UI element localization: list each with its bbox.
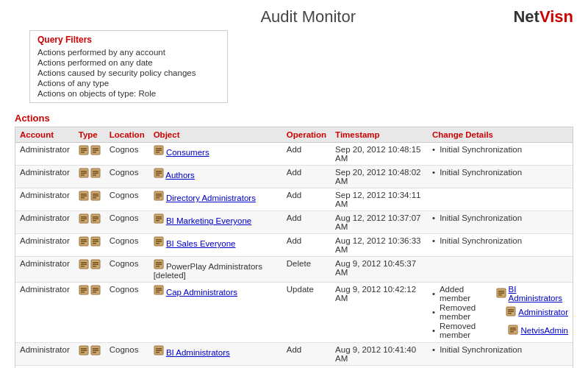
svg-rect-15 — [81, 174, 85, 176]
svg-rect-49 — [81, 239, 87, 241]
change-text: Initial Synchronization — [440, 168, 522, 177]
type-icon — [79, 168, 101, 178]
svg-rect-66 — [93, 264, 98, 266]
bullet: • — [432, 326, 435, 335]
cell-timestamp: Sep 20, 2012 10:48:15 AM — [331, 143, 428, 166]
change-link-icon — [506, 306, 516, 318]
change-action-text: Added member — [440, 285, 494, 302]
cell-object[interactable]: BI Marketing Everyone — [149, 211, 282, 234]
svg-rect-43 — [93, 220, 96, 222]
svg-rect-93 — [510, 328, 516, 329]
object-role-icon — [154, 236, 164, 247]
change-link[interactable]: BI Administrators — [509, 285, 568, 302]
cell-timestamp: Sep 12, 2012 10:34:11 AM — [331, 188, 428, 211]
cell-timestamp: Aug 9, 2012 10:42:12 AM — [331, 283, 428, 343]
svg-rect-25 — [81, 194, 87, 195]
bullet: • — [432, 289, 435, 298]
svg-rect-101 — [93, 348, 98, 350]
query-filter-item: Actions performed on any date — [37, 57, 220, 68]
svg-rect-71 — [156, 266, 159, 267]
svg-rect-106 — [156, 350, 162, 352]
cell-object[interactable]: BI Sales Everyone — [149, 234, 282, 257]
change-link[interactable]: NetvisAdmin — [520, 326, 568, 335]
svg-rect-63 — [81, 266, 85, 267]
svg-rect-81 — [156, 288, 162, 289]
change-detail-item[interactable]: • Removed member NetvisAdmin — [432, 322, 568, 339]
svg-rect-47 — [156, 220, 159, 222]
query-filter-item: Actions caused by security policy change… — [37, 68, 220, 78]
cell-type — [74, 143, 105, 166]
object-link[interactable]: Consumers — [166, 148, 209, 157]
cell-operation: Add — [282, 211, 331, 234]
svg-rect-90 — [508, 311, 514, 313]
query-filter-item: Actions performed by any account — [37, 47, 220, 57]
svg-rect-57 — [156, 239, 162, 241]
svg-rect-46 — [156, 219, 162, 220]
change-detail-item[interactable]: • Added member BI Administrators — [432, 285, 568, 302]
bullet: • — [432, 308, 435, 316]
cell-operation: Add — [282, 166, 331, 188]
svg-rect-105 — [156, 348, 162, 350]
object-role-icon — [154, 345, 164, 355]
object-link[interactable]: Directory Administrators — [166, 194, 256, 202]
object-link[interactable]: BI Administrators — [166, 348, 230, 357]
svg-rect-58 — [156, 241, 162, 243]
cell-object[interactable]: Consumers — [149, 143, 282, 166]
cell-operation: Delete — [282, 257, 331, 283]
svg-rect-26 — [81, 196, 87, 197]
cell-type — [74, 283, 105, 343]
svg-rect-98 — [81, 350, 87, 352]
svg-rect-6 — [93, 150, 98, 152]
cell-account: Administrator — [15, 257, 74, 283]
header: Audit Monitor NetVisn — [0, 0, 588, 30]
cell-operation: Update — [282, 283, 331, 343]
change-action-text: Removed member — [440, 322, 506, 339]
type-icon — [79, 285, 101, 295]
table-column-header: Timestamp — [331, 127, 428, 143]
audit-table-container[interactable]: AccountTypeLocationObjectOperationTimest… — [15, 127, 573, 368]
change-detail-item[interactable]: • Removed member Administrator — [432, 303, 568, 321]
cell-location: Cognos — [105, 166, 149, 188]
cell-object[interactable]: Authors — [149, 166, 282, 188]
svg-rect-89 — [508, 309, 514, 311]
cell-change-details — [428, 366, 573, 369]
cell-object[interactable]: Directory Administrators — [149, 188, 282, 211]
table-row: Administrator Cognos AuthorsAddSep 20, 2… — [15, 166, 573, 188]
svg-rect-11 — [156, 152, 159, 153]
table-column-header: Account — [15, 127, 74, 143]
svg-rect-31 — [93, 197, 96, 199]
object-link[interactable]: Cap Administrators — [166, 288, 237, 297]
table-row: Administrator Cognos BI Sales EveryoneAd… — [15, 234, 573, 257]
svg-rect-19 — [93, 174, 96, 176]
logo: NetVisn — [513, 7, 573, 26]
object-link[interactable]: Authors — [165, 171, 195, 180]
change-detail-item: • Initial Synchronization — [432, 168, 568, 177]
table-row: Administrator Cognos BI Consumers [delet… — [15, 366, 573, 369]
cell-timestamp: Aug 9, 2012 10:37:00 AM — [331, 366, 428, 369]
table-column-header: Object — [149, 127, 282, 143]
table-row: Administrator Cognos PowerPlay Administr… — [15, 257, 573, 283]
change-link-icon — [496, 288, 506, 300]
object-link[interactable]: BI Marketing Everyone — [166, 216, 251, 225]
cell-type — [74, 166, 105, 188]
cell-account: Administrator — [15, 366, 74, 369]
svg-rect-18 — [93, 173, 98, 174]
svg-rect-51 — [81, 243, 85, 244]
change-link[interactable]: Administrator — [518, 308, 568, 316]
cell-change-details — [428, 188, 573, 211]
svg-rect-17 — [93, 171, 98, 172]
svg-rect-99 — [81, 352, 85, 353]
change-link-icon — [508, 325, 518, 336]
svg-rect-77 — [93, 288, 98, 289]
cell-operation: Update — [282, 366, 331, 369]
cell-object[interactable]: Cap Administrators — [149, 283, 282, 343]
cell-timestamp: Aug 12, 2012 10:37:07 AM — [331, 211, 428, 234]
svg-rect-41 — [93, 216, 98, 218]
change-detail-item: • Initial Synchronization — [432, 213, 568, 222]
svg-rect-3 — [81, 152, 85, 153]
cell-change-details: • Initial Synchronization — [428, 234, 573, 257]
object-text: PowerPlay Administrators [deleted] — [154, 262, 262, 280]
svg-rect-82 — [156, 290, 162, 291]
cell-object[interactable]: BI Administrators — [149, 343, 282, 366]
object-link[interactable]: BI Sales Everyone — [166, 239, 236, 248]
